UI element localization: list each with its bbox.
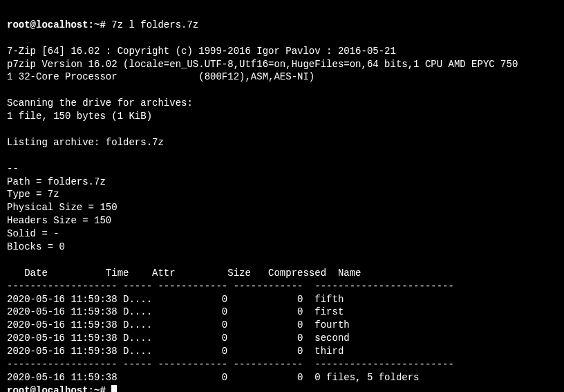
table-header: Date Time Attr Size Compressed Name bbox=[7, 268, 361, 279]
meta-headers-size: Headers Size = 150 bbox=[7, 215, 111, 226]
table-summary: 2020-05-16 11:59:38 0 0 0 files, 5 folde… bbox=[7, 372, 420, 383]
terminal-output: root@localhost:~# 7z l folders.7z 7-Zip … bbox=[0, 0, 564, 392]
table-row: 2020-05-16 11:59:38 D.... 0 0 fourth bbox=[7, 319, 350, 330]
scan-line: Scanning the drive for archives: bbox=[7, 97, 193, 109]
table-rule: ------------------- ----- ------------ -… bbox=[7, 281, 454, 292]
meta-type: Type = 7z bbox=[7, 189, 59, 200]
banner-line: p7zip Version 16.02 (locale=en_US.UTF-8,… bbox=[7, 59, 518, 70]
shell-prompt: root@localhost:~# bbox=[7, 385, 111, 392]
listing-line: Listing archive: folders.7z bbox=[7, 137, 164, 148]
cursor-icon bbox=[111, 385, 117, 392]
meta-blocks: Blocks = 0 bbox=[7, 241, 65, 252]
table-row: 2020-05-16 11:59:38 D.... 0 0 first bbox=[7, 306, 344, 317]
table-row: 2020-05-16 11:59:38 D.... 0 0 third bbox=[7, 346, 344, 357]
banner-line: 7-Zip [64] 16.02 : Copyright (c) 1999-20… bbox=[7, 46, 396, 57]
meta-physical-size: Physical Size = 150 bbox=[7, 202, 118, 213]
scan-line: 1 file, 150 bytes (1 KiB) bbox=[7, 111, 152, 122]
table-row: 2020-05-16 11:59:38 D.... 0 0 fifth bbox=[7, 294, 344, 305]
command-text: 7z l folders.7z bbox=[111, 19, 198, 30]
banner-line: 1 32-Core Processor (800F12),ASM,AES-NI) bbox=[7, 71, 314, 82]
meta-path: Path = folders.7z bbox=[7, 176, 106, 187]
table-row: 2020-05-16 11:59:38 D.... 0 0 second bbox=[7, 333, 350, 344]
separator: -- bbox=[7, 163, 19, 174]
shell-prompt: root@localhost:~# bbox=[7, 19, 111, 30]
meta-solid: Solid = - bbox=[7, 228, 59, 239]
table-rule: ------------------- ----- ------------ -… bbox=[7, 359, 454, 370]
